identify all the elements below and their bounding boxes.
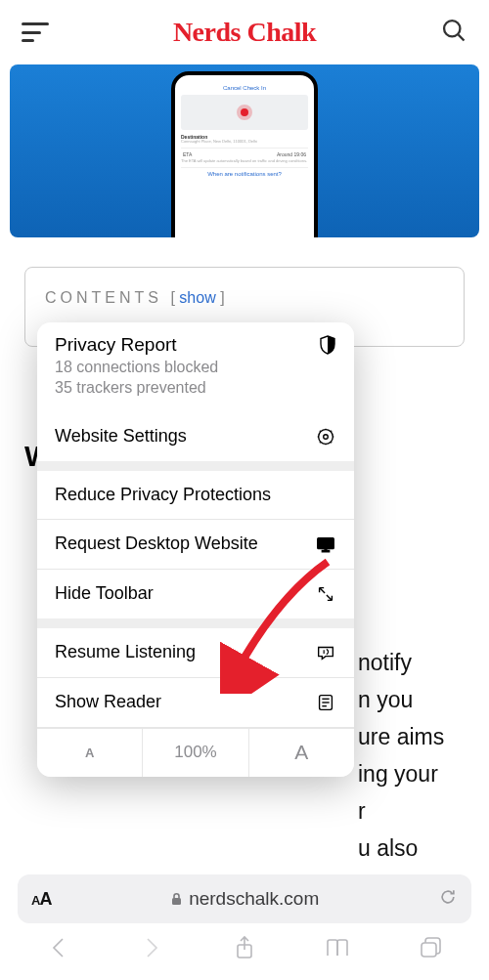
website-settings-item[interactable]: Website Settings — [37, 412, 354, 461]
svg-rect-6 — [325, 548, 327, 550]
svg-point-3 — [324, 434, 329, 439]
show-reader-label: Show Reader — [55, 692, 161, 712]
svg-rect-4 — [318, 537, 334, 548]
phone-dest-value: Connaught Place, New Delhi, 110001, Delh… — [181, 140, 308, 145]
text-size-button[interactable]: AA — [31, 889, 51, 910]
bookmarks-button[interactable] — [322, 932, 353, 963]
expand-icon — [315, 583, 336, 605]
hide-toolbar-item[interactable]: Hide Toolbar — [37, 570, 354, 618]
privacy-report-title: Privacy Report — [55, 334, 177, 356]
zoom-level[interactable]: 100% — [143, 729, 248, 777]
forward-button[interactable] — [136, 932, 167, 963]
svg-rect-11 — [172, 898, 181, 905]
svg-line-1 — [459, 35, 465, 41]
svg-point-2 — [319, 429, 333, 444]
back-button[interactable] — [43, 932, 74, 963]
phone-eta-value: Around 19:06 — [277, 151, 306, 157]
gear-icon — [315, 426, 336, 447]
svg-rect-13 — [422, 943, 436, 957]
search-button[interactable] — [440, 17, 467, 48]
privacy-line2: 35 trackers prevented — [55, 378, 336, 399]
svg-point-0 — [444, 21, 460, 36]
url-bar[interactable]: AA nerdschalk.com — [18, 874, 471, 923]
resume-listening-item[interactable]: Resume Listening — [37, 628, 354, 678]
reload-button[interactable] — [438, 887, 458, 911]
contents-show: show — [179, 289, 215, 306]
site-brand: Nerds Chalk — [173, 17, 316, 48]
privacy-line1: 18 connections blocked — [55, 358, 336, 378]
menu-button[interactable] — [22, 22, 49, 42]
page-settings-menu: Privacy Report 18 connections blocked 35… — [37, 322, 354, 777]
share-button[interactable] — [229, 932, 260, 963]
desktop-icon — [315, 533, 336, 555]
shield-icon — [319, 335, 336, 355]
reduce-privacy-item[interactable]: Reduce Privacy Protections — [37, 471, 354, 520]
privacy-report-item[interactable]: Privacy Report 18 connections blocked 35… — [37, 322, 354, 412]
hero-image: Cancel Check In Destination Connaught Pl… — [10, 64, 479, 237]
phone-notif-link: When are notifications sent? — [181, 167, 308, 177]
contents-label: CONTENTS — [45, 289, 162, 306]
website-settings-label: Website Settings — [55, 426, 187, 447]
url-domain: nerdschalk.com — [61, 888, 428, 910]
zoom-out-button[interactable]: A — [37, 729, 143, 777]
zoom-in-button[interactable]: A — [249, 729, 354, 777]
phone-mockup: Cancel Check In Destination Connaught Pl… — [171, 71, 318, 237]
article-body-fragment: notifyn youure aimsing yourru alsor-base… — [352, 645, 469, 905]
request-desktop-item[interactable]: Request Desktop Website — [37, 520, 354, 570]
hide-toolbar-label: Hide Toolbar — [55, 583, 154, 604]
reduce-privacy-label: Reduce Privacy Protections — [55, 485, 271, 505]
lock-icon — [170, 892, 183, 907]
browser-chrome: AA nerdschalk.com — [0, 869, 489, 980]
tabs-button[interactable] — [415, 932, 446, 963]
request-desktop-label: Request Desktop Website — [55, 533, 258, 554]
speech-audio-icon — [315, 642, 336, 663]
phone-eta-note: The ETA will update automatically based … — [181, 159, 308, 164]
reader-icon — [315, 692, 336, 713]
phone-map — [181, 95, 308, 130]
phone-cancel: Cancel Check In — [181, 85, 308, 91]
phone-eta-label: ETA — [183, 151, 192, 157]
resume-listening-label: Resume Listening — [55, 642, 196, 662]
show-reader-item[interactable]: Show Reader — [37, 678, 354, 728]
